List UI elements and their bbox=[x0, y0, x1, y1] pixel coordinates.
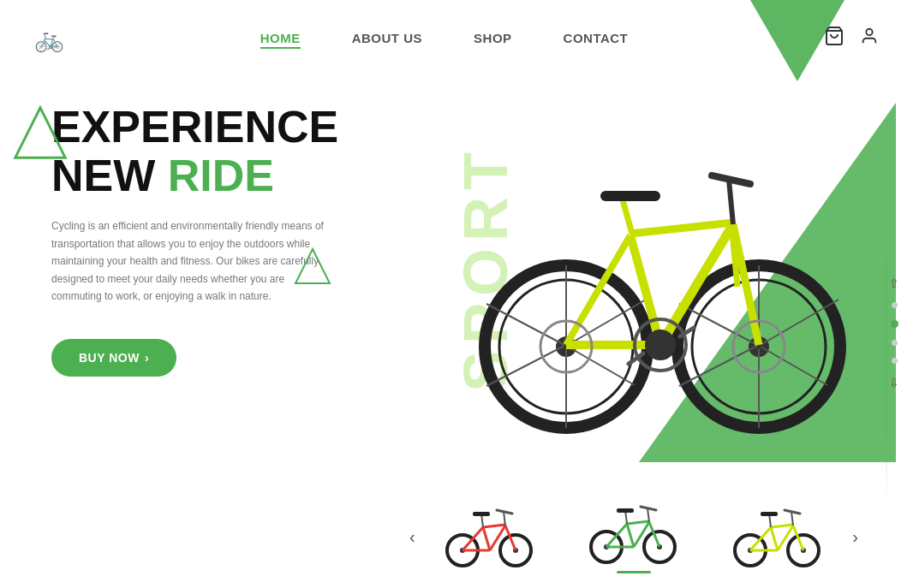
logo-icon: 🚲 bbox=[34, 25, 64, 53]
svg-point-1 bbox=[866, 29, 872, 35]
svg-line-48 bbox=[490, 526, 505, 550]
buy-now-label: BUY NOW bbox=[79, 351, 140, 365]
svg-line-67 bbox=[641, 507, 656, 510]
nav-contact-link[interactable]: CONTACT bbox=[564, 31, 629, 45]
dot-3[interactable] bbox=[892, 340, 898, 346]
svg-line-47 bbox=[483, 525, 505, 527]
main-bike-svg bbox=[442, 116, 870, 441]
svg-line-45 bbox=[462, 527, 483, 550]
svg-rect-65 bbox=[617, 508, 634, 513]
svg-line-52 bbox=[504, 512, 505, 526]
nav-contact[interactable]: CONTACT bbox=[564, 31, 629, 46]
thumb-item-lime[interactable] bbox=[723, 500, 832, 574]
svg-line-17 bbox=[761, 300, 838, 345]
svg-line-73 bbox=[750, 527, 771, 550]
svg-line-11 bbox=[486, 346, 564, 386]
svg-marker-2 bbox=[15, 108, 65, 157]
svg-line-26 bbox=[630, 223, 733, 234]
svg-line-76 bbox=[778, 526, 793, 550]
svg-line-9 bbox=[568, 347, 635, 385]
svg-rect-51 bbox=[473, 512, 490, 516]
svg-line-32 bbox=[729, 180, 733, 224]
svg-rect-79 bbox=[761, 512, 778, 516]
small-triangle-icon bbox=[291, 245, 334, 291]
nav-home-link[interactable]: HOME bbox=[260, 31, 301, 49]
svg-rect-31 bbox=[600, 191, 660, 201]
svg-line-75 bbox=[771, 525, 793, 527]
svg-point-36 bbox=[645, 330, 676, 360]
thumb-bike-lime-svg bbox=[726, 503, 829, 567]
svg-line-80 bbox=[791, 512, 793, 526]
nav-shop[interactable]: SHOP bbox=[474, 31, 512, 46]
nav-about[interactable]: ABOUT US bbox=[352, 31, 422, 46]
svg-line-60 bbox=[627, 524, 634, 547]
svg-line-66 bbox=[647, 508, 649, 522]
bike-showcase: SPORT bbox=[399, 77, 913, 522]
main-content: EXPERIENCE NEW RIDE Cycling is an effici… bbox=[0, 77, 913, 588]
thumb-bike-red-svg bbox=[439, 503, 541, 567]
svg-line-46 bbox=[483, 527, 490, 550]
thumb-list bbox=[422, 496, 846, 577]
svg-line-33 bbox=[712, 175, 750, 184]
cart-icon[interactable] bbox=[824, 26, 844, 51]
nav-home[interactable]: HOME bbox=[260, 31, 301, 46]
headline-line2-green: RIDE bbox=[168, 151, 274, 200]
dots-nav-up[interactable]: ⇧ bbox=[889, 276, 899, 290]
bike-thumbnails: ‹ bbox=[394, 485, 874, 588]
svg-line-53 bbox=[497, 510, 512, 514]
buy-now-button[interactable]: BUY NOW › bbox=[51, 339, 176, 377]
dot-4[interactable] bbox=[892, 358, 898, 364]
headline-line1: EXPERIENCE bbox=[51, 102, 338, 151]
user-icon[interactable] bbox=[860, 27, 879, 50]
nav-about-link[interactable]: ABOUT US bbox=[352, 31, 422, 45]
svg-line-81 bbox=[785, 510, 800, 514]
svg-line-30 bbox=[622, 197, 632, 234]
dot-1[interactable] bbox=[892, 302, 898, 308]
thumb-prev-arrow[interactable]: ‹ bbox=[403, 527, 422, 547]
main-nav: HOME ABOUT US SHOP CONTACT bbox=[260, 31, 629, 46]
main-bike-display bbox=[425, 94, 887, 462]
thumb-item-green[interactable] bbox=[579, 496, 689, 577]
logo: 🚲 bbox=[34, 25, 64, 53]
svg-line-20 bbox=[679, 346, 757, 386]
thumb-bike-green-svg bbox=[582, 500, 685, 564]
nav-shop-link[interactable]: SHOP bbox=[474, 31, 512, 45]
hero-description: Cycling is an efficient and environmenta… bbox=[51, 217, 325, 305]
hero-headline: EXPERIENCE NEW RIDE bbox=[51, 103, 428, 200]
header: 🚲 HOME ABOUT US SHOP CONTACT bbox=[0, 0, 913, 77]
svg-line-18 bbox=[761, 347, 827, 385]
dot-2[interactable] bbox=[891, 320, 898, 328]
dots-nav-down[interactable]: ⇩ bbox=[889, 376, 899, 389]
outline-triangle-icon bbox=[10, 103, 62, 154]
svg-line-74 bbox=[771, 527, 778, 550]
svg-line-62 bbox=[634, 522, 649, 547]
dots-navigation: ⇧ ⇩ bbox=[889, 276, 899, 389]
thumb-item-red[interactable] bbox=[435, 500, 545, 574]
header-icons bbox=[824, 26, 879, 51]
svg-line-61 bbox=[627, 521, 649, 524]
thumb-next-arrow[interactable]: › bbox=[845, 527, 865, 547]
svg-marker-3 bbox=[295, 249, 330, 283]
hero-text-area: EXPERIENCE NEW RIDE Cycling is an effici… bbox=[51, 77, 428, 377]
svg-line-59 bbox=[606, 524, 627, 547]
